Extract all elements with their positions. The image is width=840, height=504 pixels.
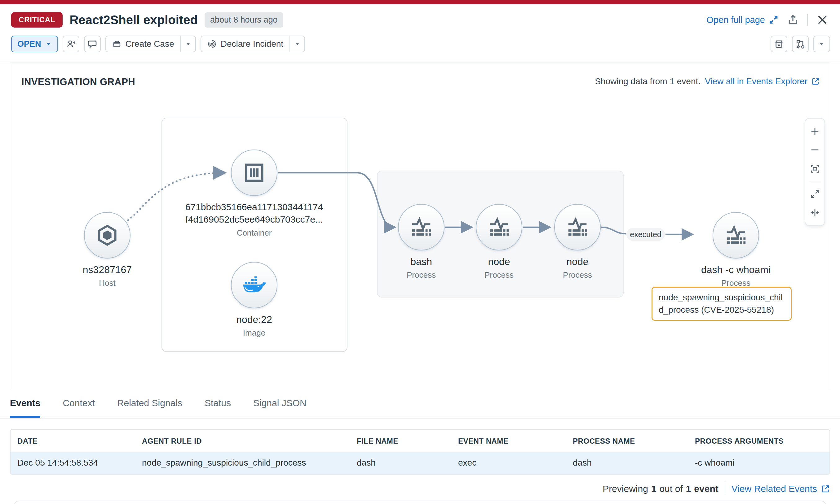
- node2-node-label: node: [566, 255, 588, 268]
- host-node-circle[interactable]: [84, 212, 131, 258]
- process-icon: [724, 223, 748, 247]
- header-divider: [807, 14, 808, 26]
- tab-status[interactable]: Status: [205, 398, 231, 418]
- showing-data-text: Showing data from 1 event.: [595, 76, 701, 86]
- status-label: OPEN: [17, 39, 41, 49]
- tab-events[interactable]: Events: [10, 398, 40, 418]
- container-icon: [242, 160, 267, 185]
- node2-node-circle[interactable]: [554, 204, 601, 250]
- security-signal-panel: CRITICAL React2Shell exploited about 8 h…: [0, 0, 840, 504]
- node1-node-label: node: [488, 255, 510, 268]
- declare-incident-button[interactable]: Declare Incident: [201, 36, 305, 52]
- events-explorer-label: View all in Events Explorer: [705, 76, 807, 86]
- host-node-label: ns3287167: [83, 264, 132, 276]
- host-hexagon-icon: [95, 223, 119, 247]
- create-case-button[interactable]: Create Case: [105, 36, 196, 52]
- preview-suffix: event: [694, 484, 718, 494]
- signal-toolbar: OPEN: [0, 28, 840, 61]
- signal-header-left: CRITICAL React2Shell exploited about 8 h…: [11, 12, 283, 28]
- col-header-process-name[interactable]: PROCESS NAME: [566, 430, 688, 452]
- preview-total: 1: [686, 484, 691, 494]
- col-header-date[interactable]: DATE: [11, 430, 135, 452]
- incident-siren-icon: [207, 39, 217, 49]
- graph-header-right: Showing data from 1 event. View all in E…: [595, 76, 820, 86]
- archive-button[interactable]: [771, 36, 787, 52]
- docker-whale-icon: [241, 275, 267, 295]
- col-header-process-arguments[interactable]: PROCESS ARGUMENTS: [688, 430, 829, 452]
- graph-canvas[interactable]: ns3287167 Host 671bbcb35166ea11713034411…: [10, 101, 830, 389]
- view-related-events-label: View Related Events: [732, 484, 817, 494]
- graph-section-title: INVESTIGATION GRAPH: [21, 76, 135, 88]
- tab-context[interactable]: Context: [63, 398, 95, 418]
- external-link-icon: [811, 77, 820, 86]
- graph-header: INVESTIGATION GRAPH Showing data from 1 …: [10, 62, 830, 101]
- image-node-circle[interactable]: [231, 262, 277, 308]
- cell-agent-rule-id: node_spawning_suspicious_child_process: [135, 452, 350, 474]
- signal-title: React2Shell exploited: [69, 13, 198, 27]
- dash-node-label: dash -c whoami: [701, 264, 771, 276]
- create-case-dropdown[interactable]: [181, 36, 195, 52]
- events-table: DATE AGENT RULE ID FILE NAME EVENT NAME …: [10, 429, 830, 474]
- fit-to-screen-button[interactable]: [809, 163, 821, 175]
- zoom-in-button[interactable]: [809, 125, 821, 138]
- open-full-page-link[interactable]: Open full page: [706, 15, 778, 25]
- assign-user-button[interactable]: [63, 36, 79, 52]
- graph-zoom-controls: [805, 118, 825, 226]
- events-table-row[interactable]: Dec 05 14:54:58.534 node_spawning_suspic…: [11, 452, 829, 474]
- events-explorer-link[interactable]: View all in Events Explorer: [705, 76, 820, 86]
- view-related-events-link[interactable]: View Related Events: [732, 484, 830, 494]
- bash-node-circle[interactable]: [398, 204, 445, 250]
- close-icon[interactable]: [816, 13, 829, 26]
- investigation-graph-panel: INVESTIGATION GRAPH Showing data from 1 …: [10, 62, 830, 389]
- tab-related-signals[interactable]: Related Signals: [117, 398, 182, 418]
- next-section-panel: [14, 501, 826, 504]
- container-hash-line2: f4d169052dc5ee649cb703cc7e...: [185, 213, 323, 226]
- workflow-button[interactable]: [792, 36, 809, 52]
- severity-badge: CRITICAL: [11, 12, 63, 28]
- create-case-main[interactable]: Create Case: [106, 36, 181, 52]
- graph-node-image: node:22 Image: [208, 262, 301, 338]
- graph-node-process-dash: dash -c whoami Process: [674, 212, 798, 288]
- person-add-icon: [66, 39, 76, 49]
- comment-icon: [87, 39, 97, 49]
- graph-node-process-node2: node Process: [531, 204, 624, 280]
- preview-summary: Previewing 1 out of 1 event: [603, 484, 719, 494]
- collapse-horizontal-button[interactable]: [809, 206, 821, 219]
- declare-incident-dropdown[interactable]: [290, 36, 304, 52]
- comment-button[interactable]: [84, 36, 101, 52]
- external-link-icon: [821, 484, 830, 493]
- declare-incident-main[interactable]: Declare Incident: [201, 36, 290, 52]
- case-icon: [112, 39, 121, 49]
- executed-edge-label: executed: [627, 228, 665, 241]
- graph-node-host: ns3287167 Host: [61, 212, 154, 288]
- node1-node-type: Process: [484, 270, 514, 280]
- dash-node-circle[interactable]: [713, 212, 759, 258]
- cell-process-name: dash: [566, 452, 688, 474]
- process-icon: [409, 215, 433, 239]
- image-node-type: Image: [243, 328, 265, 338]
- zoom-out-button[interactable]: [809, 144, 821, 156]
- signal-header: CRITICAL React2Shell exploited about 8 h…: [0, 4, 840, 28]
- graph-node-container: 671bbcb35166ea1171303441174 f4d169052dc5…: [167, 149, 341, 238]
- chevron-down-icon: [45, 40, 52, 47]
- col-header-agent-rule-id[interactable]: AGENT RULE ID: [135, 430, 350, 452]
- container-node-circle[interactable]: [231, 149, 277, 196]
- expand-graph-button[interactable]: [809, 188, 821, 200]
- bash-node-label: bash: [410, 255, 432, 268]
- cell-event-name: exec: [451, 452, 566, 474]
- toolbar-right: [771, 36, 830, 52]
- status-dropdown[interactable]: OPEN: [11, 36, 58, 52]
- chevron-down-icon: [185, 40, 191, 47]
- more-actions-dropdown[interactable]: [813, 36, 830, 52]
- col-header-file-name[interactable]: FILE NAME: [350, 430, 451, 452]
- preview-count: 1: [651, 484, 656, 494]
- share-button[interactable]: [787, 14, 799, 26]
- node1-node-circle[interactable]: [476, 204, 522, 250]
- container-node-label: 671bbcb35166ea1171303441174 f4d169052dc5…: [185, 201, 323, 226]
- col-header-event-name[interactable]: EVENT NAME: [451, 430, 566, 452]
- footer-divider: [725, 483, 725, 495]
- image-node-label: node:22: [236, 313, 272, 326]
- chevron-down-icon: [818, 40, 825, 47]
- signal-timestamp: about 8 hours ago: [205, 12, 283, 28]
- tab-signal-json[interactable]: Signal JSON: [253, 398, 307, 418]
